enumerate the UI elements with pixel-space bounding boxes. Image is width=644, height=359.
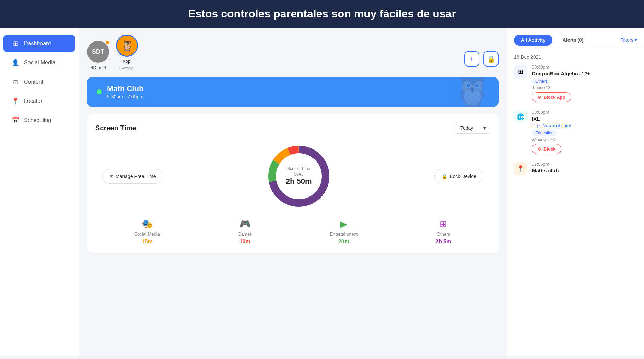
ixl-time: 08:00pm <box>532 110 637 115</box>
chart-area: ⧖ Manage Free Time <box>95 142 490 211</box>
dragonbox-tag: Others <box>532 78 551 84</box>
maths-club-name: Maths club <box>532 168 637 173</box>
activity-time: 5:30pm - 7:00pm <box>107 94 143 99</box>
manage-free-time-button[interactable]: ⧖ Manage Free Time <box>102 169 163 184</box>
ixl-name: IXL <box>532 116 637 122</box>
ixl-icon: 🌐 <box>514 110 527 123</box>
filters-button[interactable]: Filters ▾ <box>620 37 637 43</box>
games-cat-name: Games <box>238 231 252 237</box>
sidebar-label-content: Content <box>24 79 43 85</box>
block-button-ixl[interactable]: ⊘ Block <box>532 144 561 154</box>
tab-all-activity[interactable]: All Activity <box>514 35 552 46</box>
dragonbox-name: DragonBox Algebra 12+ <box>532 71 637 76</box>
sidebar-label-social-media: Social Media <box>24 60 56 66</box>
category-entertainment: ▶ Entertainment 20m <box>330 219 358 245</box>
avatar-kopi: 🦉 <box>116 35 138 57</box>
sidebar-item-dashboard[interactable]: ⊞ Dashboard <box>3 35 75 52</box>
profile-sdtest4[interactable]: SDT SDtest4 <box>87 41 109 70</box>
entertainment-cat-time: 20m <box>338 239 349 245</box>
donut-value: 2h 50m <box>286 177 312 186</box>
locator-icon: 📍 <box>12 97 19 105</box>
entertainment-cat-icon: ▶ <box>340 219 347 229</box>
main-content: SDT SDtest4 🦉 Kopi (Sample) + 🔒 Math Clu… <box>79 28 507 356</box>
social-media-icon: 👤 <box>12 59 19 67</box>
scheduling-icon: 📅 <box>12 117 19 124</box>
screen-time-header: Screen Time Today This Week This Month <box>95 122 490 134</box>
dragonbox-details: 08:40pm DragonBox Algebra 12+ Others iPh… <box>532 64 637 102</box>
manage-icon: ⧖ <box>109 173 113 179</box>
social-media-cat-icon: 🎭 <box>142 219 153 229</box>
sidebar-label-locator: Locator <box>24 98 42 104</box>
lock-device-button[interactable]: 🔒 Lock Device <box>434 169 483 183</box>
block-label-ixl: Block <box>543 146 555 152</box>
activity-entry-ixl: 🌐 08:00pm IXL https://www.ixl.com/ Educa… <box>514 110 637 154</box>
activity-card[interactable]: Math Club 5:30pm - 7:00pm 🦉 <box>87 77 499 107</box>
profile-row: SDT SDtest4 🦉 Kopi (Sample) + 🔒 <box>87 35 499 70</box>
content-icon: ⊡ <box>12 78 19 86</box>
avatar-initials-sdtest4: SDT <box>92 48 104 56</box>
period-select[interactable]: Today This Week This Month <box>455 122 490 134</box>
activity-bg-icon: 🦉 <box>453 77 492 107</box>
sidebar: ⊞ Dashboard 👤 Social Media ⊡ Content 📍 L… <box>0 28 79 356</box>
others-cat-time: 2h 5m <box>435 239 451 245</box>
dashboard-icon: ⊞ <box>12 40 19 47</box>
screen-time-card: Screen Time Today This Week This Month ⧖… <box>87 114 499 253</box>
entertainment-cat-name: Entertainment <box>330 231 358 237</box>
others-cat-icon: ⊞ <box>440 219 447 229</box>
notification-dot <box>105 40 110 45</box>
maths-club-details: 07:55pm Maths club <box>532 161 637 175</box>
social-media-cat-name: Social Media <box>134 231 160 237</box>
dragonbox-time: 08:40pm <box>532 64 637 70</box>
screen-time-title: Screen Time <box>95 124 136 132</box>
avatar-sdtest4: SDT <box>87 41 109 63</box>
active-dot <box>97 89 102 94</box>
category-row: 🎭 Social Media 15m 🎮 Games 10m ▶ Enterta… <box>95 219 490 245</box>
filters-label: Filters ▾ <box>620 37 637 43</box>
donut-chart: Screen TimeUsed 2h 50m <box>265 142 333 211</box>
maths-club-time: 07:55pm <box>532 161 637 167</box>
lock-button[interactable]: 🔒 <box>483 51 499 67</box>
games-cat-icon: 🎮 <box>239 219 250 229</box>
category-games: 🎮 Games 10m <box>238 219 252 245</box>
maths-club-icon: 📍 <box>514 162 527 175</box>
donut-label: Screen TimeUsed <box>286 166 312 177</box>
tab-alerts[interactable]: Alerts (0) <box>556 35 590 46</box>
donut-center: Screen TimeUsed 2h 50m <box>286 166 312 186</box>
sidebar-item-locator[interactable]: 📍 Locator <box>3 93 75 109</box>
lock-device-label: Lock Device <box>450 173 476 179</box>
activity-title: Math Club <box>107 84 143 93</box>
sidebar-item-scheduling[interactable]: 📅 Scheduling <box>3 112 75 129</box>
sidebar-item-social-media[interactable]: 👤 Social Media <box>3 55 75 71</box>
activity-entry-maths: 📍 07:55pm Maths club <box>514 161 637 175</box>
sidebar-item-content[interactable]: ⊡ Content <box>3 74 75 90</box>
category-social-media: 🎭 Social Media 15m <box>134 219 160 245</box>
activity-info: Math Club 5:30pm - 7:00pm <box>107 84 143 99</box>
activity-list: 16 Dec 2021 ⊞ 08:40pm DragonBox Algebra … <box>507 49 644 356</box>
sidebar-label-scheduling: Scheduling <box>24 117 51 123</box>
header-actions: + 🔒 <box>464 51 499 70</box>
ixl-tag: Education <box>532 130 557 136</box>
period-wrapper: Today This Week This Month <box>455 122 490 134</box>
sidebar-label-dashboard: Dashboard <box>24 40 51 47</box>
activity-entry-dragonbox: ⊞ 08:40pm DragonBox Algebra 12+ Others i… <box>514 64 637 102</box>
banner-text: Estos controles parentales son muy fácil… <box>188 8 456 20</box>
profile-name-sdtest4: SDtest4 <box>90 65 106 70</box>
lock-icon: 🔒 <box>442 173 447 179</box>
block-app-button-dragonbox[interactable]: ⊘ Block App <box>532 92 571 102</box>
ixl-details: 08:00pm IXL https://www.ixl.com/ Educati… <box>532 110 637 154</box>
block-app-label: Block App <box>543 95 565 100</box>
ixl-device: Windows PC <box>532 137 637 142</box>
right-panel-header: All Activity Alerts (0) Filters ▾ <box>507 28 644 49</box>
profile-kopi[interactable]: 🦉 Kopi (Sample) <box>116 35 138 70</box>
manage-label: Manage Free Time <box>116 173 156 179</box>
add-profile-button[interactable]: + <box>464 51 479 67</box>
block-app-icon: ⊘ <box>538 95 541 100</box>
social-media-cat-time: 15m <box>142 239 153 245</box>
ixl-link[interactable]: https://www.ixl.com/ <box>532 123 637 128</box>
profile-name-kopi: Kopi <box>122 59 131 64</box>
dragonbox-device: iPhone 12 <box>532 85 637 90</box>
block-icon: ⊘ <box>538 146 541 152</box>
right-panel: All Activity Alerts (0) Filters ▾ 16 Dec… <box>507 28 644 356</box>
profile-sub-kopi: (Sample) <box>119 66 135 70</box>
games-cat-time: 10m <box>239 239 250 245</box>
